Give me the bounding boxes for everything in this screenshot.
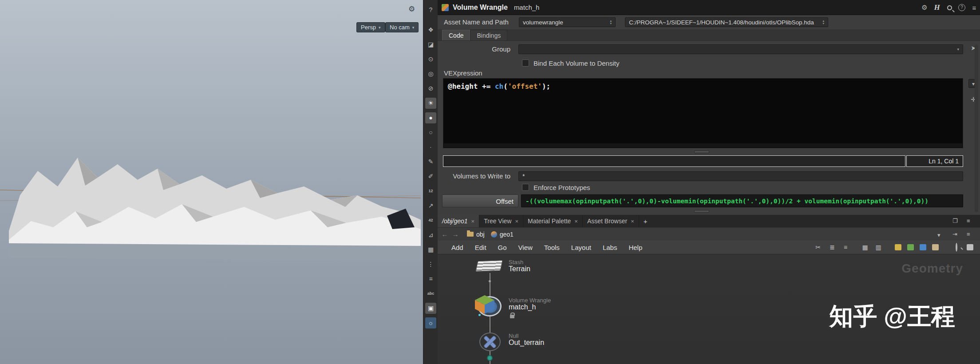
snapshot-icon[interactable]: ▣ xyxy=(425,303,436,314)
customize-tools-icon[interactable]: ✂ xyxy=(813,243,823,252)
volumes-input[interactable]: * xyxy=(518,171,963,181)
node-out-terrain-icon[interactable] xyxy=(479,332,501,351)
wireframe-mode-icon[interactable]: ○ xyxy=(425,127,436,138)
color-node-icon[interactable] xyxy=(907,244,914,250)
help-icon[interactable]: ? xyxy=(425,4,436,16)
camera-select-button[interactable]: No cam ▾ xyxy=(385,22,419,32)
node-out-terrain-label[interactable]: Out_terrain xyxy=(509,339,544,347)
ghost-geometry-icon[interactable]: ◪ xyxy=(425,39,436,50)
network-notes-icon[interactable] xyxy=(932,244,939,250)
tab-bindings[interactable]: Bindings xyxy=(470,30,507,40)
node-flag-dot[interactable] xyxy=(478,314,481,316)
menu-edit[interactable]: Edit xyxy=(469,244,492,251)
breadcrumb-node[interactable]: geo1 xyxy=(500,231,514,238)
menu-view[interactable]: View xyxy=(513,244,538,251)
orient-arrow-icon[interactable]: ↗ xyxy=(425,200,436,211)
pane-resize-handle[interactable] xyxy=(438,210,980,213)
pane-split-icon[interactable]: ❐ xyxy=(952,218,958,224)
chevron-down-icon: ▾ xyxy=(379,25,381,30)
group-input[interactable]: ▾ xyxy=(518,44,963,54)
precision-42-icon[interactable]: 42 xyxy=(425,215,436,226)
import-pane-icon[interactable]: ⇥ xyxy=(952,231,957,237)
node-matchh-label[interactable]: match_h xyxy=(509,303,536,311)
pane-tab-bar: /obj/geo1 × Tree View × Material Palette… xyxy=(438,215,980,227)
menu-labs[interactable]: Labs xyxy=(597,244,623,251)
enforce-prototypes-checkbox[interactable] xyxy=(522,184,529,191)
editor-message-bar[interactable] xyxy=(443,155,905,167)
shaded-mode-icon[interactable]: ● xyxy=(425,112,436,123)
marquee-icon[interactable]: ▦ xyxy=(425,244,436,255)
asset-path-dropdown[interactable]: C:/PROGRA~1/SIDEEF~1/HOUDIN~1.408/houdin… xyxy=(625,17,828,27)
align-nodes-icon[interactable]: ≣ xyxy=(827,243,837,252)
close-icon[interactable]: × xyxy=(631,218,634,225)
persp-view-button[interactable]: Persp ▾ xyxy=(356,22,385,32)
precision-12-icon[interactable]: 12 xyxy=(425,186,436,197)
houdini-help-icon[interactable]: H xyxy=(931,0,943,15)
forward-icon[interactable]: → xyxy=(450,230,461,238)
asset-type-dropdown[interactable]: volumewrangle ▴▾ xyxy=(519,17,616,27)
menu-help[interactable]: Help xyxy=(623,244,648,251)
wire-output-dot[interactable] xyxy=(487,355,493,361)
network-context-watermark: Geometry xyxy=(901,261,963,276)
list-icon[interactable]: ≡ xyxy=(425,273,436,285)
breadcrumb-context[interactable]: obj xyxy=(476,231,485,238)
desktop-settings-icon[interactable]: ⚙ xyxy=(919,0,930,15)
sticky-note-icon[interactable] xyxy=(895,244,901,250)
bind-density-checkbox[interactable] xyxy=(522,59,529,67)
close-icon[interactable]: × xyxy=(515,218,518,225)
points-display-icon[interactable]: ∙ xyxy=(425,142,436,153)
pane-tab-menu-icon[interactable]: ≡ xyxy=(967,218,970,224)
abc-icon[interactable]: abc xyxy=(425,288,436,299)
pencil-icon[interactable]: ✎ xyxy=(425,156,436,167)
display-options-icon[interactable] xyxy=(920,244,926,250)
menu-go[interactable]: Go xyxy=(492,244,513,251)
node-terrain-label[interactable]: Terrain xyxy=(509,265,530,273)
vex-code-editor[interactable]: @height += ch('offset'); xyxy=(443,78,963,148)
pivot-icon[interactable]: ◎ xyxy=(425,68,436,79)
param-tabstrip: Code Bindings xyxy=(438,29,980,41)
editor-resize-handle[interactable] xyxy=(438,150,980,154)
menu-add[interactable]: Add xyxy=(446,244,469,251)
brush-icon[interactable]: ✐ xyxy=(425,171,436,182)
node-name-field[interactable]: match_h xyxy=(514,4,540,11)
grid-view-icon[interactable]: ▦ xyxy=(860,243,870,252)
node-matchh-icon[interactable] xyxy=(475,295,494,314)
param-scrollbar-track[interactable] xyxy=(975,44,978,212)
snap-disable-icon[interactable]: ⊘ xyxy=(425,83,436,94)
path-menu-icon[interactable]: ≡ xyxy=(967,231,970,237)
menu-layout[interactable]: Layout xyxy=(565,244,597,251)
volume-wrangle-node-icon xyxy=(442,4,449,11)
headlight-icon[interactable]: ☀ xyxy=(425,98,436,109)
scene-viewport[interactable]: Persp ▾ No cam ▾ ⚙ xyxy=(0,0,423,364)
close-icon[interactable]: × xyxy=(471,218,475,225)
layout-icon[interactable]: ❖ xyxy=(425,24,436,36)
offset-param-label[interactable]: Offset xyxy=(442,194,518,207)
path-dropdown-icon[interactable]: ▾ xyxy=(937,232,940,238)
search-icon[interactable] xyxy=(952,243,961,252)
search-icon[interactable] xyxy=(944,0,955,15)
menu-tools[interactable]: Tools xyxy=(538,244,565,251)
pane-tab-obj-geo1[interactable]: /obj/geo1 × xyxy=(438,215,479,227)
viewport-options-icon[interactable]: ⚙ xyxy=(408,4,415,14)
light-icon[interactable]: ☼ xyxy=(425,317,436,328)
tab-code[interactable]: Code xyxy=(442,30,470,40)
shelf-icon[interactable] xyxy=(967,244,973,250)
ruler-icon[interactable]: ⊿ xyxy=(425,229,436,241)
offset-expression-input[interactable]: -((volumemax(opinputpath('.',0),0)-volum… xyxy=(521,194,963,207)
back-icon[interactable]: ← xyxy=(439,230,450,238)
pane-tab-material-palette[interactable]: Material Palette × xyxy=(523,215,583,227)
terrain-mesh[interactable] xyxy=(0,0,423,364)
lock-camera-icon[interactable]: ⊙ xyxy=(425,54,436,65)
pane-tab-tree-view[interactable]: Tree View × xyxy=(479,215,523,227)
close-icon[interactable]: × xyxy=(574,218,578,225)
add-tab-button[interactable]: + xyxy=(639,218,652,225)
help-circle-icon[interactable]: ? xyxy=(956,0,968,15)
dots-icon[interactable]: ⋮ xyxy=(425,259,436,270)
list-view-icon[interactable]: ≡ xyxy=(841,243,850,252)
node-terrain-icon[interactable] xyxy=(475,260,503,272)
network-editor[interactable]: Geometry Stash Terrain Volume Wrangle ma… xyxy=(438,254,980,364)
grid-view-alt-icon[interactable]: ▥ xyxy=(873,243,883,252)
pane-menu-icon[interactable]: ≡ xyxy=(968,0,980,15)
editor-hscrollbar[interactable] xyxy=(444,143,962,147)
pane-tab-asset-browser[interactable]: Asset Browser × xyxy=(583,215,639,227)
